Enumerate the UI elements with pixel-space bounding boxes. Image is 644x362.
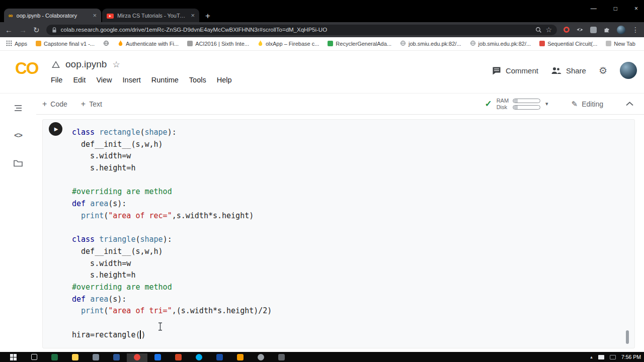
- bookmark-item[interactable]: Authenticate with Fi...: [118, 40, 179, 48]
- notebook-toolbar: + Code + Text ✓ RAM Disk: [36, 94, 644, 115]
- new-tab-button[interactable]: +: [205, 12, 210, 20]
- editing-mode-button[interactable]: ✎ Editing: [572, 100, 603, 109]
- bookmark-item[interactable]: olxApp – Firebase c...: [258, 40, 319, 48]
- browser-menu-icon[interactable]: ⋮: [632, 26, 639, 33]
- taskbar-app-excel[interactable]: [44, 353, 65, 362]
- bookmark-label: ACI2016 | Sixth Inte...: [195, 41, 249, 47]
- eye-extension-icon[interactable]: [576, 27, 584, 33]
- code-line[interactable]: s.height=h: [72, 162, 614, 174]
- close-button[interactable]: ×: [634, 5, 638, 12]
- code-snippets-icon[interactable]: <>: [14, 132, 22, 140]
- taskbar-app-5[interactable]: [147, 353, 168, 362]
- url-input[interactable]: colab.research.google.com/drive/1emRc-Zn…: [46, 25, 557, 35]
- code-line[interactable]: def__init__(s,w,h): [72, 246, 614, 258]
- zoom-icon[interactable]: [535, 27, 542, 33]
- settings-gear-icon[interactable]: ⚙: [599, 66, 607, 75]
- browser-tab[interactable]: ∞oop.ipynb - Colaboratory×: [4, 9, 101, 22]
- code-line[interactable]: def area(s):: [72, 294, 614, 306]
- tray-keyboard-icon[interactable]: [598, 355, 604, 359]
- add-text-button[interactable]: + Text: [81, 100, 102, 108]
- cell-scrollbar-thumb[interactable]: [626, 330, 629, 344]
- user-avatar[interactable]: [620, 62, 637, 79]
- bookmark-item[interactable]: Apps: [6, 40, 27, 47]
- tab-close-icon[interactable]: ×: [93, 12, 97, 19]
- code-line[interactable]: def area(s):: [72, 198, 614, 210]
- code-line[interactable]: #overriding are method: [72, 282, 614, 294]
- taskbar-app-8[interactable]: [230, 353, 251, 362]
- bookmark-item[interactable]: RecyclerGeneralAda...: [328, 41, 391, 47]
- code-line[interactable]: hira=rectangle(): [72, 329, 614, 341]
- code-line[interactable]: s.width=w: [72, 150, 614, 162]
- code-cell[interactable]: ▶ class rectangle(shape): def__init__(s,…: [42, 119, 635, 348]
- code-line[interactable]: [72, 222, 614, 234]
- menu-edit[interactable]: Edit: [73, 76, 86, 84]
- taskbar-app-3[interactable]: [86, 353, 106, 362]
- profile-avatar[interactable]: [617, 26, 625, 34]
- files-folder-icon[interactable]: [13, 159, 23, 167]
- menu-runtime[interactable]: Runtime: [151, 76, 179, 84]
- code-line[interactable]: class triangle(shape):: [72, 234, 614, 246]
- collapse-header-button[interactable]: [625, 102, 634, 106]
- menu-tools[interactable]: Tools: [189, 76, 206, 84]
- forward-icon[interactable]: →: [19, 26, 27, 34]
- outline-icon[interactable]: [13, 104, 23, 113]
- taskbar-app-file-explorer[interactable]: [65, 353, 86, 362]
- add-code-button[interactable]: + Code: [42, 100, 67, 108]
- star-icon[interactable]: ☆: [112, 59, 120, 70]
- tray-status-icon[interactable]: [610, 355, 616, 359]
- task-view-button[interactable]: [24, 353, 44, 362]
- menu-help[interactable]: Help: [217, 76, 232, 84]
- resources-dropdown-icon[interactable]: ▾: [545, 101, 548, 107]
- pencil-icon: ✎: [572, 100, 578, 109]
- bookmark-item[interactable]: [103, 40, 109, 47]
- taskbar-app-7[interactable]: [209, 353, 230, 362]
- connected-check-icon: ✓: [485, 99, 492, 109]
- code-line[interactable]: print("area of tri=",(s.width*s.height)/…: [72, 305, 614, 317]
- code-line[interactable]: def__init__(s,w,h): [72, 139, 614, 151]
- taskbar-clock[interactable]: 7:56 PM: [621, 354, 641, 360]
- tray-chevron-icon[interactable]: ▴: [590, 355, 593, 359]
- menu-insert[interactable]: Insert: [123, 76, 141, 84]
- start-button[interactable]: [3, 353, 24, 362]
- bookmark-item[interactable]: ACI2016 | Sixth Inte...: [187, 41, 249, 47]
- taskbar-app-browser[interactable]: [127, 353, 147, 362]
- menu-view[interactable]: View: [96, 76, 112, 84]
- browser-tab[interactable]: ▸Mirza CS Tutorials - YouTube×: [102, 9, 199, 22]
- bookmark-item[interactable]: New Tab: [606, 41, 635, 47]
- refresh-icon[interactable]: ↻: [33, 26, 40, 34]
- extension-icon[interactable]: [590, 27, 597, 33]
- taskbar-app-10[interactable]: [271, 353, 292, 362]
- tab-close-icon[interactable]: ×: [191, 12, 195, 19]
- colab-logo[interactable]: CO: [15, 59, 38, 78]
- maximize-button[interactable]: □: [614, 5, 617, 12]
- code-line[interactable]: class rectangle(shape):: [72, 127, 614, 139]
- code-token: ,(s.width*s.height)/2): [172, 306, 272, 315]
- taskbar-app-skype[interactable]: [189, 353, 209, 362]
- bookmark-item[interactable]: Sequential Circuit(...: [539, 41, 597, 47]
- colab-favicon: ∞: [9, 12, 13, 19]
- bookmark-star-icon[interactable]: ☆: [545, 26, 552, 33]
- notebook-title[interactable]: oop.ipynb: [65, 59, 107, 70]
- code-line[interactable]: s.height=h: [72, 269, 614, 282]
- taskbar-app-9[interactable]: [251, 353, 271, 362]
- code-line[interactable]: print("area of rec=",s.width*s.height): [72, 210, 614, 222]
- taskbar-app-powerpoint[interactable]: [168, 353, 189, 362]
- bookmark-item[interactable]: job.smiu.edu.pk:82/...: [400, 40, 461, 47]
- adblock-extension-icon[interactable]: [564, 27, 570, 33]
- menu-file[interactable]: File: [51, 76, 62, 84]
- share-button[interactable]: Share: [551, 66, 586, 75]
- code-token: [72, 211, 81, 220]
- code-line[interactable]: [72, 317, 614, 329]
- code-line[interactable]: #overriding are method: [72, 186, 614, 198]
- code-line[interactable]: [72, 174, 614, 187]
- comment-button[interactable]: Comment: [492, 66, 538, 75]
- back-icon[interactable]: ←: [5, 26, 13, 34]
- code-line[interactable]: s.width=w: [72, 258, 614, 270]
- bookmark-item[interactable]: Capstone final v1 -...: [36, 41, 95, 47]
- extensions-puzzle-icon[interactable]: [603, 26, 610, 33]
- bookmark-item[interactable]: job.smiu.edu.pk:82/...: [470, 40, 531, 47]
- code-editor[interactable]: class rectangle(shape): def__init__(s,w,…: [72, 127, 614, 341]
- run-cell-button[interactable]: ▶: [49, 122, 62, 136]
- taskbar-app-word[interactable]: [106, 353, 127, 362]
- minimize-button[interactable]: —: [591, 5, 597, 12]
